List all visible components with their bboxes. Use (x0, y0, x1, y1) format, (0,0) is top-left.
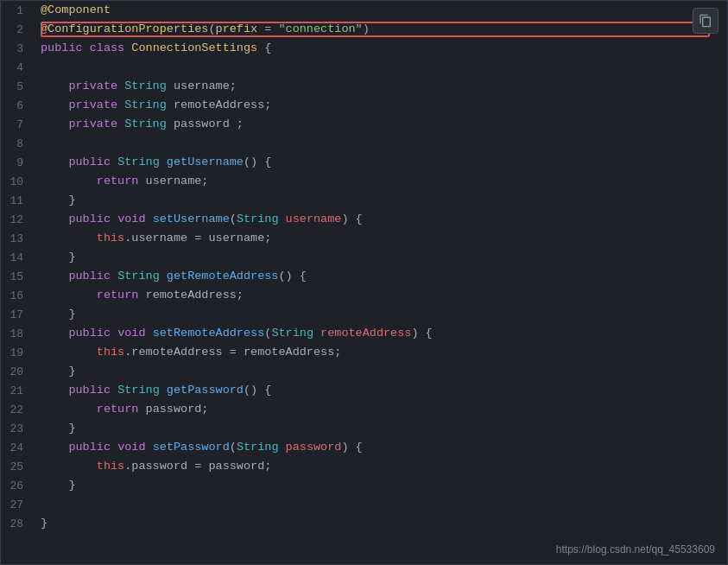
line-content-1: @Component (34, 1, 727, 20)
line-content-2: @ConfigurationProperties(prefix = "conne… (34, 20, 727, 39)
line-content-20: } (34, 362, 727, 381)
code-line-6: 6 private String remoteAddress; (1, 96, 727, 115)
line-number-4: 4 (1, 61, 34, 74)
code-line-13: 13 this.username = username; (1, 229, 727, 248)
line-number-15: 15 (1, 270, 34, 283)
code-line-14: 14 } (1, 248, 727, 267)
line-number-16: 16 (1, 289, 34, 302)
line-number-18: 18 (1, 327, 34, 340)
code-line-18: 18 public void setRemoteAddress(String r… (1, 324, 727, 343)
line-content-24: public void setPassword(String password)… (34, 438, 727, 457)
code-line-21: 21 public String getPassword() { (1, 381, 727, 400)
code-line-27: 27 (1, 495, 727, 514)
line-content-26: } (34, 476, 727, 495)
code-line-12: 12 public void setUsername(String userna… (1, 210, 727, 229)
code-line-28: 28} (1, 514, 727, 533)
code-line-9: 9 public String getUsername() { (1, 153, 727, 172)
code-line-26: 26 } (1, 476, 727, 495)
line-number-3: 3 (1, 42, 34, 55)
line-number-1: 1 (1, 4, 34, 17)
line-number-6: 6 (1, 99, 34, 112)
line-number-27: 27 (1, 498, 34, 511)
code-line-1: 1@Component (1, 1, 727, 20)
line-content-12: public void setUsername(String username)… (34, 210, 727, 229)
line-number-23: 23 (1, 422, 34, 435)
line-content-10: return username; (34, 172, 727, 191)
code-line-10: 10 return username; (1, 172, 727, 191)
line-content-25: this.password = password; (34, 457, 727, 476)
line-number-22: 22 (1, 403, 34, 416)
line-content-6: private String remoteAddress; (34, 96, 727, 115)
line-content-23: } (34, 419, 727, 438)
code-line-3: 3public class ConnectionSettings { (1, 39, 727, 58)
line-content-14: } (34, 248, 727, 267)
code-line-11: 11 } (1, 191, 727, 210)
line-content-17: } (34, 305, 727, 324)
line-number-13: 13 (1, 232, 34, 245)
line-number-10: 10 (1, 175, 34, 188)
line-content-9: public String getUsername() { (34, 153, 727, 172)
code-line-25: 25 this.password = password; (1, 457, 727, 476)
line-number-25: 25 (1, 460, 34, 473)
code-line-23: 23 } (1, 419, 727, 438)
editor-container: 1@Component2@ConfigurationProperties(pre… (0, 0, 728, 565)
copy-button[interactable] (693, 8, 719, 34)
code-line-15: 15 public String getRemoteAddress() { (1, 267, 727, 286)
line-number-12: 12 (1, 213, 34, 226)
line-content-21: public String getPassword() { (34, 381, 727, 400)
line-content-16: return remoteAddress; (34, 286, 727, 305)
code-line-24: 24 public void setPassword(String passwo… (1, 438, 727, 457)
code-line-17: 17 } (1, 305, 727, 324)
line-number-7: 7 (1, 118, 34, 131)
line-number-20: 20 (1, 365, 34, 378)
line-number-8: 8 (1, 137, 34, 150)
code-line-19: 19 this.remoteAddress = remoteAddress; (1, 343, 727, 362)
line-number-9: 9 (1, 156, 34, 169)
watermark-text: https://blog.csdn.net/qq_45533609 (556, 543, 715, 555)
code-line-20: 20 } (1, 362, 727, 381)
line-content-13: this.username = username; (34, 229, 727, 248)
line-content-11: } (34, 191, 727, 210)
line-number-26: 26 (1, 479, 34, 492)
line-number-11: 11 (1, 194, 34, 207)
line-content-3: public class ConnectionSettings { (34, 39, 727, 58)
code-line-2: 2@ConfigurationProperties(prefix = "conn… (1, 20, 727, 39)
code-line-22: 22 return password; (1, 400, 727, 419)
line-content-22: return password; (34, 400, 727, 419)
line-number-24: 24 (1, 441, 34, 454)
code-line-5: 5 private String username; (1, 77, 727, 96)
line-number-19: 19 (1, 346, 34, 359)
line-number-28: 28 (1, 517, 34, 530)
code-line-16: 16 return remoteAddress; (1, 286, 727, 305)
code-line-4: 4 (1, 58, 727, 77)
line-content-19: this.remoteAddress = remoteAddress; (34, 343, 727, 362)
line-content-15: public String getRemoteAddress() { (34, 267, 727, 286)
line-content-28: } (34, 514, 727, 533)
line-number-17: 17 (1, 308, 34, 321)
line-number-21: 21 (1, 384, 34, 397)
line-content-7: private String password ; (34, 115, 727, 134)
line-number-5: 5 (1, 80, 34, 93)
line-number-14: 14 (1, 251, 34, 264)
code-line-8: 8 (1, 134, 727, 153)
line-number-2: 2 (1, 23, 34, 36)
line-content-5: private String username; (34, 77, 727, 96)
line-content-18: public void setRemoteAddress(String remo… (34, 324, 727, 343)
code-line-7: 7 private String password ; (1, 115, 727, 134)
code-area: 1@Component2@ConfigurationProperties(pre… (1, 1, 727, 564)
